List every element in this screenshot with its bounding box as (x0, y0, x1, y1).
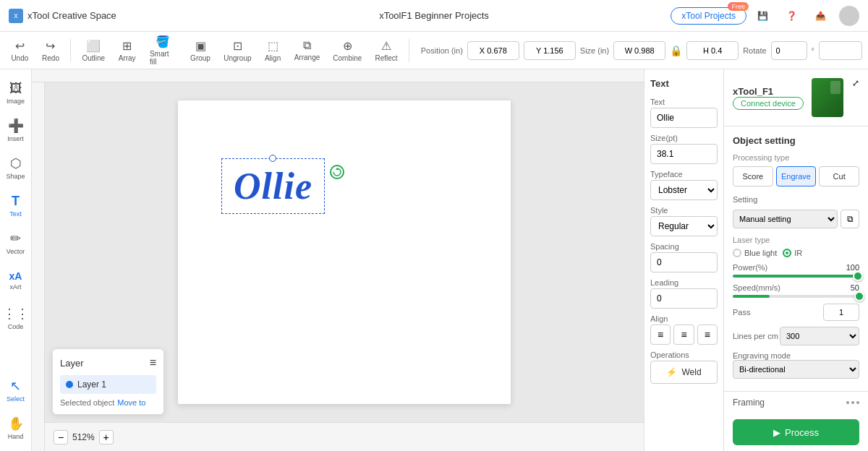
x-position-input[interactable] (467, 41, 519, 60)
move-to-link[interactable]: Move to (117, 398, 145, 407)
upload-icon[interactable]: 📤 (810, 6, 830, 26)
y-position-input[interactable] (524, 41, 576, 60)
align-button[interactable]: ⬚ Align (260, 36, 286, 65)
sidebar-item-xart[interactable]: xA xArt (3, 263, 29, 298)
rotate-input[interactable] (771, 41, 807, 60)
sidebar-item-select[interactable]: ↖ Select (3, 373, 29, 408)
arrange-button[interactable]: ⧉ Arrange (289, 36, 326, 64)
canvas-page[interactable]: Ollie (178, 100, 511, 404)
pass-input[interactable] (823, 304, 859, 321)
sidebar-item-code[interactable]: ⋮⋮ Code (3, 301, 29, 335)
undo-button[interactable]: ↩ Undo (6, 36, 34, 65)
lines-per-cm-select[interactable]: 300 (780, 327, 859, 345)
xtool-projects-button[interactable]: xTool Projects Free (671, 7, 746, 25)
ir-radio-btn[interactable] (783, 249, 791, 257)
smart-fill-button[interactable]: 🪣 Smart fill (144, 32, 182, 69)
reflect-button[interactable]: ⚠ Reflect (370, 36, 403, 65)
ungroup-button[interactable]: ⊡ Ungroup (218, 36, 256, 65)
sidebar-item-insert[interactable]: ➕ Insert (3, 113, 29, 147)
group-button[interactable]: ▣ Group (185, 36, 216, 65)
width-input[interactable] (613, 41, 665, 60)
hand-icon: ✋ (8, 416, 24, 431)
xart-icon: xA (9, 270, 22, 282)
cut-button[interactable]: Cut (819, 166, 859, 186)
layer-panel: Layer ≡ Layer 1 Selected object Move to (52, 348, 164, 415)
speed-slider-thumb[interactable] (854, 291, 864, 301)
layer-panel-header: Layer ≡ (60, 356, 156, 369)
layer-menu-icon[interactable]: ≡ (150, 356, 156, 369)
power-slider-fill (733, 275, 859, 278)
play-icon: ▶ (773, 427, 780, 438)
leading-input[interactable] (650, 288, 718, 309)
lines-per-cm-label: Lines per cm (733, 332, 778, 340)
zoom-out-button[interactable]: − (54, 430, 68, 444)
setting-copy-button[interactable]: ⧉ (841, 210, 859, 228)
canvas-container: Ollie Layer ≡ Layer 1 Selected object Mo… (32, 69, 644, 451)
pass-label: Pass (733, 308, 750, 317)
free-badge: Free (728, 2, 749, 11)
process-button[interactable]: ▶ Process (733, 419, 859, 445)
array-button[interactable]: ⊞ Array (113, 36, 141, 65)
user-avatar[interactable] (839, 6, 859, 26)
connect-device-button[interactable]: Connect device (733, 97, 804, 110)
layer-item[interactable]: Layer 1 (60, 375, 156, 394)
arrange-icon: ⧉ (303, 39, 311, 52)
redo-button[interactable]: ↪ Redo (37, 36, 65, 65)
combine-button[interactable]: ⊕ Combine (328, 36, 367, 65)
device-image (812, 78, 843, 117)
corner-radius-input[interactable] (819, 41, 862, 60)
save-icon[interactable]: 💾 (752, 6, 773, 26)
engrave-button[interactable]: Engrave (776, 166, 817, 186)
text-input[interactable] (650, 108, 718, 128)
framing-more-button[interactable] (846, 401, 859, 404)
smart-fill-icon: 🪣 (156, 35, 170, 48)
speed-slider-fill (733, 295, 770, 298)
speed-slider[interactable] (733, 295, 859, 298)
engrave-mode-row: Engraving mode Bi-directional (733, 351, 859, 379)
select-icon: ↖ (10, 378, 21, 394)
sidebar-item-text[interactable]: T Text (3, 188, 29, 223)
help-icon[interactable]: ❓ (781, 6, 801, 26)
text-panel-title: Text (650, 78, 718, 89)
score-button[interactable]: Score (733, 166, 773, 186)
framing-row: Framing (724, 391, 868, 413)
height-input[interactable] (686, 41, 739, 60)
toolbar-fields: Position (in) Size (in) 🔒 Rotate ° (421, 41, 862, 60)
setting-select[interactable]: Manual setting (733, 210, 838, 228)
engrave-mode-select[interactable]: Bi-directional (733, 360, 859, 379)
typeface-select[interactable]: Lobster (650, 180, 718, 200)
ruler-horizontal (32, 69, 644, 82)
outline-button[interactable]: ⬜ Outline (77, 36, 110, 65)
ir-radio[interactable]: IR (783, 249, 802, 257)
sidebar-item-shape[interactable]: ⬡ Shape (3, 150, 29, 185)
align-left-button[interactable]: ≡ (650, 325, 671, 345)
spacing-input[interactable] (650, 252, 718, 272)
align-right-button[interactable]: ≡ (697, 325, 718, 345)
resize-handle[interactable] (269, 155, 276, 162)
app-logo: x xTool Creative Space (9, 9, 116, 23)
app-title: xTool Creative Space (27, 10, 116, 21)
size-input[interactable] (650, 144, 718, 164)
expand-panel-button[interactable]: ⤢ (852, 78, 859, 88)
toolbar-sep-2 (409, 39, 409, 62)
sidebar-item-vector[interactable]: ✏ Vector (3, 226, 29, 260)
sidebar-item-image[interactable]: 🖼 Image (3, 75, 29, 110)
power-slider[interactable] (733, 275, 859, 278)
zoom-in-button[interactable]: + (99, 430, 114, 444)
canvas-text-element[interactable]: Ollie (221, 158, 325, 214)
object-setting-panel: xTool_F1 Connect device ⤢ Object setting… (723, 69, 868, 451)
align-label: Align (650, 314, 718, 323)
blue-light-radio[interactable]: Blue light (733, 249, 777, 257)
sidebar-item-hand[interactable]: ✋ Hand (3, 411, 29, 445)
power-slider-thumb[interactable] (853, 271, 863, 281)
align-icon: ⬚ (268, 39, 278, 53)
align-center-button[interactable]: ≡ (673, 325, 694, 345)
style-select[interactable]: Regular (650, 216, 718, 236)
leading-label: Leading (650, 278, 718, 287)
align-buttons: ≡ ≡ ≡ (650, 325, 718, 345)
setting-row: Setting (733, 195, 859, 204)
rotate-handle[interactable] (330, 165, 344, 179)
weld-button[interactable]: ⚡ Weld (650, 361, 718, 384)
blue-light-radio-btn[interactable] (733, 249, 741, 257)
lock-icon[interactable]: 🔒 (670, 45, 682, 56)
